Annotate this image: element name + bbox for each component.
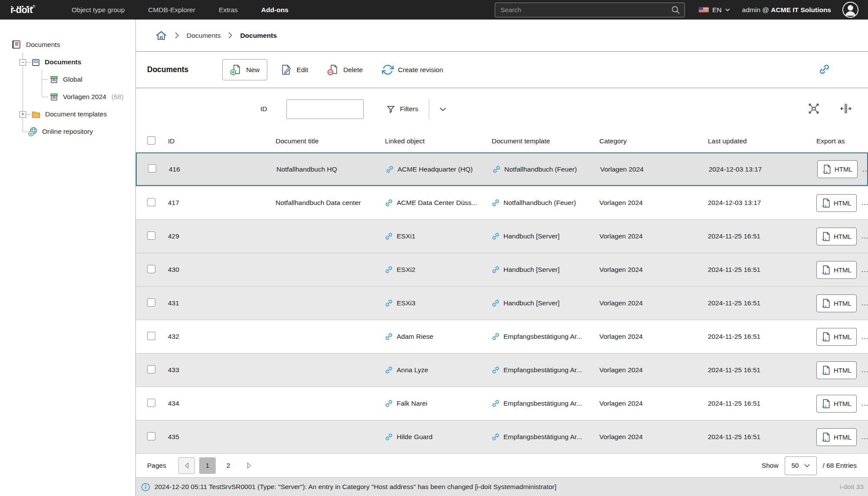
export-html-button[interactable]: HTML xyxy=(816,261,857,279)
table-row[interactable]: 432 Adam Riese Empfangsbestätigung Ar...… xyxy=(136,320,868,353)
export-html-button[interactable]: HTML xyxy=(816,194,857,212)
menu-object-type-group[interactable]: Object type group xyxy=(60,0,136,20)
column-resize-button[interactable] xyxy=(840,103,852,116)
sidebar-item-label: Vorlagen 2024 xyxy=(63,93,106,101)
home-icon[interactable] xyxy=(155,30,167,41)
row-more-button[interactable]: ... xyxy=(861,232,868,240)
row-checkbox[interactable] xyxy=(147,399,155,407)
export-html-button[interactable]: HTML xyxy=(816,395,857,413)
fullscreen-button[interactable] xyxy=(808,103,820,116)
column-header-document-title[interactable]: Document title xyxy=(270,137,380,145)
menu-add-ons[interactable]: Add-ons xyxy=(250,0,300,20)
row-id: 432 xyxy=(163,333,270,341)
row-document-template[interactable]: Notfallhandbuch (Feuer) xyxy=(504,165,577,173)
row-checkbox[interactable] xyxy=(148,164,156,172)
sidebar-item-vorlagen-2024[interactable]: Vorlagen 2024 (68) xyxy=(0,88,135,106)
row-document-template[interactable]: Handbuch [Server] xyxy=(503,266,559,274)
menu-cmdb-explorer[interactable]: CMDB-Explorer xyxy=(136,0,207,20)
row-more-button[interactable]: ... xyxy=(861,199,868,207)
export-html-button[interactable]: HTML xyxy=(816,294,857,312)
row-linked-object[interactable]: Hilde Guard xyxy=(397,433,433,441)
sidebar-item-online-repository[interactable]: Online repository xyxy=(0,123,135,140)
column-header-linked-object[interactable]: Linked object xyxy=(380,137,487,145)
page-button-2[interactable]: 2 xyxy=(220,457,237,474)
row-checkbox[interactable] xyxy=(147,365,155,374)
logged-in-user[interactable]: admin @ ACME IT Solutions xyxy=(742,6,831,14)
menu-extras[interactable]: Extras xyxy=(207,0,250,20)
breadcrumb-documents[interactable]: Documents xyxy=(187,32,220,40)
select-all-checkbox[interactable] xyxy=(147,136,155,145)
table-row[interactable]: 430 ESXi2 Handbuch [Server] Vorlagen 202… xyxy=(136,253,868,286)
language-selector[interactable]: EN xyxy=(699,6,730,14)
column-header-document-template[interactable]: Document template xyxy=(487,137,594,145)
id-filter-input[interactable] xyxy=(286,99,364,119)
row-more-button[interactable]: ... xyxy=(861,400,868,407)
sidebar-item-global[interactable]: Global xyxy=(0,71,135,88)
column-header-category[interactable]: Category xyxy=(594,137,703,145)
row-document-template[interactable]: Empfangsbestätigung Ar... xyxy=(503,400,582,407)
sidebar-item-document-templates[interactable]: Document templates xyxy=(0,106,135,123)
table-row[interactable]: 434 Falk Narei Empfangsbestätigung Ar...… xyxy=(136,387,868,420)
table-row[interactable]: 435 Hilde Guard Empfangsbestätigung Ar..… xyxy=(136,420,868,453)
filters-button[interactable]: Filters xyxy=(386,105,418,114)
row-checkbox[interactable] xyxy=(147,198,155,206)
row-document-template[interactable]: Notfallhandbuch (Feuer) xyxy=(503,199,576,207)
row-linked-object[interactable]: Adam Riese xyxy=(397,333,433,341)
row-linked-object[interactable]: Falk Narei xyxy=(397,400,427,407)
row-more-button[interactable]: ... xyxy=(861,366,868,374)
row-more-button[interactable]: ... xyxy=(861,266,868,274)
sidebar-item-documents[interactable]: Documents xyxy=(0,53,135,71)
row-more-button[interactable]: ... xyxy=(861,299,868,307)
row-checkbox[interactable] xyxy=(147,332,155,340)
table-row[interactable]: 431 ESXi3 Handbuch [Server] Vorlagen 202… xyxy=(136,286,868,320)
export-html-button[interactable]: HTML xyxy=(816,228,857,245)
column-header-id[interactable]: ID xyxy=(163,137,270,145)
delete-button[interactable]: Delete xyxy=(321,60,369,79)
search-input[interactable] xyxy=(495,3,685,17)
row-more-button[interactable]: ... xyxy=(861,433,868,441)
row-document-template[interactable]: Handbuch [Server] xyxy=(503,299,559,307)
row-document-template[interactable]: Empfangsbestätigung Ar... xyxy=(503,333,582,341)
table-row[interactable]: 416 Notfallhandbuch HQ ACME Headquarter … xyxy=(136,152,868,186)
create-revision-button[interactable]: Create revision xyxy=(376,60,449,79)
edit-button[interactable]: Edit xyxy=(274,60,314,79)
row-linked-object[interactable]: ESXi2 xyxy=(397,266,415,274)
row-checkbox[interactable] xyxy=(147,265,155,273)
row-checkbox[interactable] xyxy=(147,432,155,440)
row-linked-object[interactable]: ESXi3 xyxy=(397,299,415,307)
export-html-button[interactable]: HTML xyxy=(817,160,858,178)
row-document-template[interactable]: Handbuch [Server] xyxy=(503,232,559,240)
table-row[interactable]: 433 Anna Lyze Empfangsbestätigung Ar... … xyxy=(136,353,868,387)
chevron-down-icon[interactable] xyxy=(440,107,446,111)
previous-page-button[interactable] xyxy=(178,457,195,474)
table-row[interactable]: 429 ESXi1 Handbuch [Server] Vorlagen 202… xyxy=(136,219,868,253)
search-icon[interactable] xyxy=(671,5,681,17)
link-icon xyxy=(385,400,393,407)
row-linked-object[interactable]: ACME Data Center Düss... xyxy=(397,199,477,207)
row-linked-object[interactable]: Anna Lyze xyxy=(397,366,428,374)
export-html-button[interactable]: HTML xyxy=(816,328,857,346)
row-checkbox[interactable] xyxy=(147,231,155,240)
new-button[interactable]: New xyxy=(222,59,267,80)
status-message[interactable]: 2024-12-20 05:11 TestSrvSR0001 (Type: "S… xyxy=(155,483,556,491)
archive-icon xyxy=(49,75,59,84)
export-html-button[interactable]: HTML xyxy=(816,361,857,379)
row-more-button[interactable]: ... xyxy=(861,333,868,341)
row-checkbox[interactable] xyxy=(147,298,155,307)
row-more-button[interactable]: ... xyxy=(862,165,868,173)
user-avatar-icon[interactable] xyxy=(842,2,858,18)
chevron-down-icon xyxy=(725,8,730,11)
page-size-select[interactable]: 50 xyxy=(785,456,817,475)
idoit-logo[interactable]: i-doit® xyxy=(0,4,60,16)
row-document-template[interactable]: Empfangsbestätigung Ar... xyxy=(503,366,582,374)
row-linked-object[interactable]: ACME Headquarter (HQ) xyxy=(398,165,473,173)
export-html-button[interactable]: HTML xyxy=(816,428,857,446)
sidebar-item-documents-root[interactable]: Documents xyxy=(0,36,135,53)
row-linked-object[interactable]: ESXi1 xyxy=(397,232,415,240)
next-page-button[interactable] xyxy=(241,457,257,474)
column-header-last-updated[interactable]: Last updated xyxy=(703,137,811,145)
table-row[interactable]: 417 Notfallhandbuch Data center ACME Dat… xyxy=(136,186,868,219)
page-button-1[interactable]: 1 xyxy=(199,457,216,474)
row-document-template[interactable]: Empfangsbestätigung Ar... xyxy=(503,433,582,441)
link-button[interactable] xyxy=(819,64,830,76)
